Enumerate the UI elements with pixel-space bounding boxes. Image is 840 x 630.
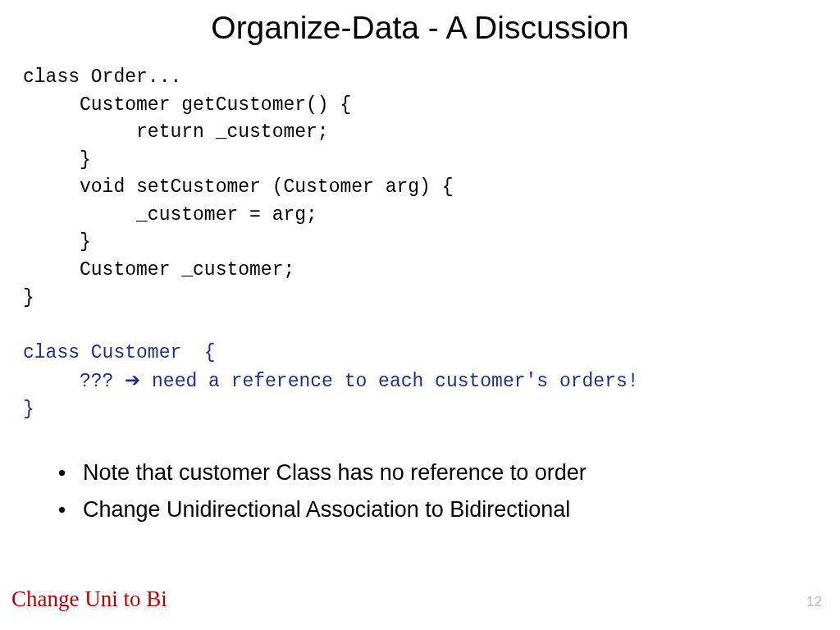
code-line-blue: } — [23, 399, 34, 420]
code-line: return _customer; — [23, 121, 329, 143]
bullet-text: Note that customer Class has no referenc… — [83, 459, 587, 487]
bullet-text: Change Unidirectional Association to Bid… — [83, 495, 570, 524]
code-line: Customer getCustomer() { — [23, 94, 351, 116]
code-fragment: need a reference to each customer's orde… — [140, 371, 638, 392]
code-line: _customer = arg; — [23, 204, 317, 226]
code-line: void setCustomer (Customer arg) { — [23, 176, 454, 198]
list-item: Note that customer Class has no referenc… — [59, 459, 840, 487]
arrow-icon: ➔ — [125, 369, 140, 390]
code-block: class Order... Customer getCustomer() { … — [23, 64, 840, 424]
code-line: } — [23, 231, 91, 253]
page-number: 12 — [806, 594, 822, 610]
code-line: } — [23, 149, 91, 171]
bullet-icon — [59, 507, 65, 513]
list-item: Change Unidirectional Association to Bid… — [59, 495, 840, 524]
footer-label: Change Uni to Bi — [11, 587, 167, 612]
code-fragment: ??? — [23, 371, 125, 392]
bullet-icon — [59, 470, 65, 476]
code-line-blue: ??? ➔ need a reference to each customer'… — [23, 371, 639, 392]
bullet-list: Note that customer Class has no referenc… — [59, 459, 840, 524]
slide-title: Organize-Data - A Discussion — [0, 10, 840, 46]
code-line: Customer _customer; — [23, 259, 294, 281]
code-line: } — [23, 287, 34, 308]
code-line: class Order... — [23, 66, 181, 88]
code-line-blue: class Customer { — [23, 342, 216, 363]
